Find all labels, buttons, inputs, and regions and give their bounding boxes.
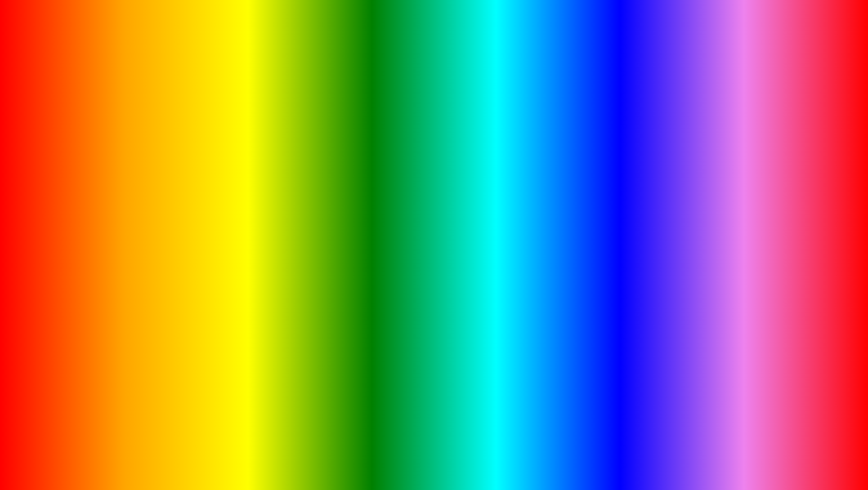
quest-icon: 📋 — [36, 164, 42, 170]
right-raid-icon: ⚡ — [622, 185, 628, 192]
right-sidebar-bounty[interactable]: 🎯 Bounty Page — [618, 194, 676, 205]
boss-section-header: Boss Farming — [94, 226, 246, 232]
right-sidebar-misc[interactable]: ? Misc Page — [618, 226, 676, 237]
auto-farm-no-quest-checkbox[interactable] — [239, 143, 245, 149]
blox-fruits-logo: 💀 BLX FRUITS — [734, 439, 828, 480]
sidebar-shop[interactable]: 🛒 Shop Page — [32, 215, 90, 226]
sidebar-misc[interactable]: ? Misc Page — [32, 226, 90, 237]
left-panel-title: BLACKTRAP V1.4 — [47, 128, 93, 134]
auto-farm-level-checkbox[interactable] — [825, 192, 832, 198]
main-farming-header: Main Farming — [680, 174, 832, 180]
left-main-area: • Auto Farm Select Monster (No Quest) Ma… — [90, 138, 250, 268]
title-letter-r: R — [455, 17, 502, 90]
bottom-update: UPDATE — [84, 431, 268, 477]
right-sidebar-shop[interactable]: 🛒 Shop Page — [618, 215, 676, 226]
right-sidebar-config[interactable]: ⚙ Config page — [618, 140, 676, 151]
middle-row: NO MISS SKILL ▲ BLACKTRAP V1.4 × — [4, 94, 864, 427]
left-ui-panel: ▲ BLACKTRAP V1.4 × ⚙ Config page ✕ — [31, 124, 251, 270]
sidebar-quest[interactable]: 📋 Quest Page — [32, 161, 90, 172]
skill-z-row: • Skill Z ✓ — [94, 169, 246, 178]
weapon-section-header: Weapon Select — [680, 144, 832, 151]
refresh-weapon-row: • Refresh Weapon Click Here — [680, 160, 832, 171]
sidebar-farming[interactable]: ✕ Farming Page — [32, 151, 90, 161]
main-title-row: B L O X F R U I T S — [215, 17, 653, 90]
mastery-devil-checkbox[interactable] — [239, 207, 245, 213]
subtitle-right-banner: FRUIT MASTERY — [640, 94, 814, 119]
right-title-bar-left: ▲ BLACKTRAP V1.4 — [622, 127, 680, 136]
right-status-icon: P — [622, 174, 628, 181]
right-sidebar-quest[interactable]: 📋 Quest Page — [618, 161, 676, 172]
bottom-xmas: XMAS — [268, 431, 403, 477]
fruit-mastery-label: FRUIT MASTERY — [640, 95, 814, 119]
left-title-bar: ▲ BLACKTRAP V1.4 × — [32, 125, 250, 138]
sidebar-status[interactable]: P Status Page — [32, 172, 90, 183]
farming-icon: ✕ — [36, 153, 42, 159]
right-main-area: Weapon Select • Select Weapon - Death St… — [677, 138, 836, 268]
skull-icon: 💀 — [734, 439, 774, 480]
title-letter-s: S — [609, 17, 653, 90]
skill-c-row: • Skill C ✓ — [94, 187, 246, 196]
right-sidebar: ⚙ Config page ✕ Farming Page 📋 Quest Pag… — [618, 138, 677, 268]
right-title-bar: ▲ BLACKTRAP V1.4 × — [618, 125, 836, 138]
skill-x-row: • Skill X ✓ — [94, 178, 246, 187]
left-panel-body: ⚙ Config page ✕ Farming Page 📋 Quest Pag… — [32, 138, 250, 268]
left-sidebar: ⚙ Config page ✕ Farming Page 📋 Quest Pag… — [32, 138, 90, 268]
left-title-bar-left: ▲ BLACKTRAP V1.4 — [36, 127, 93, 136]
sidebar-teleport[interactable]: 🌐 Teleport Page — [32, 205, 90, 215]
no-miss-skill-label: NO MISS SKILL — [61, 95, 221, 119]
mastery-gun-checkbox[interactable] — [239, 216, 245, 222]
misc-icon: ? — [36, 228, 42, 235]
click-here-button[interactable]: Click Here — [798, 162, 832, 170]
title-letter-t: T — [569, 17, 609, 90]
auto-farm-no-quest-row: • Auto Farm Select Monster (No Quest) — [94, 142, 246, 151]
right-panel-body: ⚙ Config page ✕ Farming Page 📋 Quest Pag… — [618, 138, 836, 268]
wifi-signal-icon: ≈ — [829, 154, 832, 159]
right-teleport-icon: 🌐 — [622, 207, 628, 213]
right-sidebar-farming[interactable]: ✕ Farming Page — [618, 151, 676, 161]
skill-v-checkbox[interactable]: ✓ — [239, 198, 245, 204]
auto-farm-quest-checkbox[interactable] — [825, 228, 832, 235]
teleport-icon: 🌐 — [36, 207, 42, 213]
title-letter-b: B — [215, 17, 262, 90]
kill-health-slider[interactable] — [155, 165, 245, 166]
right-sidebar-status[interactable]: P Status Page — [618, 172, 676, 183]
kill-health-slider-row: • Kill Mobs Health at - 10 — [94, 161, 246, 169]
right-sidebar-raid[interactable]: ⚡ Raid Page — [618, 183, 676, 194]
right-close-button[interactable]: × — [825, 128, 832, 135]
bone-row: • Bone : 64 — [680, 182, 832, 190]
main-content: B L O X F R U I T S NO MISS SKILL ▲ — [4, 4, 864, 486]
right-ui-logo: ▲ — [622, 127, 631, 136]
raid-icon: ⚡ — [36, 185, 42, 192]
left-ui-logo: ▲ — [36, 127, 45, 136]
skill-c-checkbox[interactable]: ✓ — [239, 189, 245, 195]
status-icon: P — [36, 174, 42, 181]
title-letter-f: F — [415, 17, 456, 90]
skill-x-checkbox[interactable]: ✓ — [239, 180, 245, 186]
sidebar-config[interactable]: ⚙ Config page — [32, 140, 90, 151]
sidebar-raid[interactable]: ⚡ Raid Page — [32, 183, 90, 194]
title-letter-o: O — [302, 17, 353, 90]
right-sidebar-teleport[interactable]: 🌐 Teleport Page — [618, 205, 676, 215]
auto-farm-bone-row: • Auto Farm Bone — [680, 199, 832, 208]
skill-z-checkbox[interactable]: ✓ — [239, 171, 245, 177]
sidebar-bounty[interactable]: 🎯 Bounty Page — [32, 194, 90, 205]
right-quest-icon: 📋 — [622, 164, 628, 170]
title-letter-l: L — [262, 17, 303, 90]
bottom-row: UPDATE XMAS SCRIPT PASTEBIN 💀 BLX FRUITS — [4, 427, 864, 486]
auto-farm-bone-checkbox[interactable] — [825, 200, 832, 207]
blox-fruits-text: BLX FRUITS — [776, 445, 828, 474]
right-farming-icon: ✕ — [622, 153, 628, 159]
select-monster-row: • Select Monster ≈ — [680, 219, 832, 227]
title-letter-x: X — [353, 17, 397, 90]
right-shop-icon: 🛒 — [622, 218, 628, 224]
right-panel-title: BLACKTRAP V1.4 — [634, 128, 680, 134]
mobs-section-header: Mobs Farming — [680, 211, 832, 217]
right-misc-icon: ? — [622, 228, 628, 235]
title-letter-u: U — [502, 17, 550, 90]
left-close-button[interactable]: × — [239, 128, 246, 135]
right-panel-wrapper: FRUIT MASTERY ▲ BLACKTRAP V1.4 × — [617, 94, 837, 270]
mastery-section-header: Mastery Farming — [94, 153, 246, 160]
subtitle-left-banner: NO MISS SKILL — [61, 94, 221, 119]
auto-farm-quest-row: • Auto Farm Select Monster (Quest) — [680, 227, 832, 236]
left-panel-wrapper: NO MISS SKILL ▲ BLACKTRAP V1.4 × — [31, 94, 251, 270]
